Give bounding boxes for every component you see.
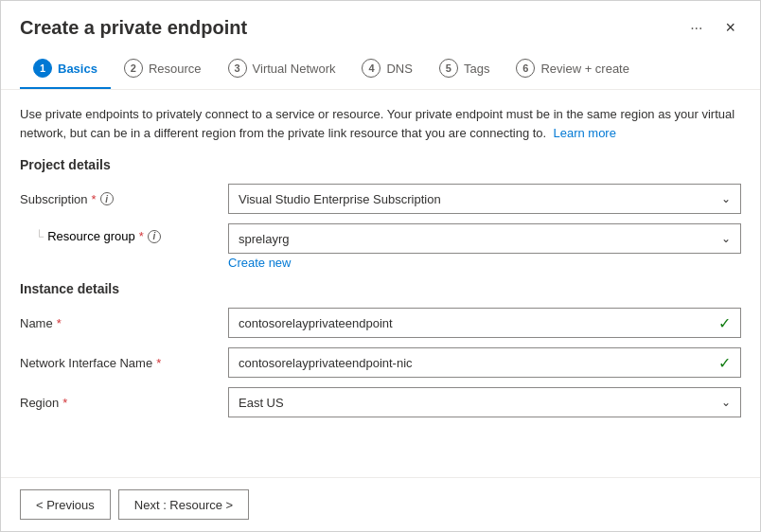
region-dropdown[interactable]: East US ⌄ <box>228 387 741 417</box>
tab-tags-label: Tags <box>464 62 489 76</box>
nic-row: Network Interface Name * contosorelaypri… <box>20 347 741 378</box>
subscription-row: Subscription * i Visual Studio Enterpris… <box>20 184 741 214</box>
next-button[interactable]: Next : Resource > <box>118 489 249 520</box>
previous-button[interactable]: < Previous <box>20 489 111 520</box>
tab-virtual-network[interactable]: 3 Virtual Network <box>215 49 349 89</box>
tab-review-create[interactable]: 6 Review + create <box>503 49 643 89</box>
region-dropdown-arrow: ⌄ <box>721 396 731 409</box>
tab-dns-label: DNS <box>386 62 412 76</box>
instance-details-title: Instance details <box>20 281 741 296</box>
region-row: Region * East US ⌄ <box>20 387 741 417</box>
ellipsis-button[interactable]: ··· <box>684 18 708 39</box>
resource-group-label: Resource group <box>47 229 135 243</box>
dialog-header: Create a private endpoint ··· × <box>1 1 760 49</box>
tab-basics-number: 1 <box>33 59 52 78</box>
indent-decorator: └ <box>35 229 44 243</box>
tab-basics[interactable]: 1 Basics <box>20 49 111 89</box>
name-row: Name * contosorelayprivateendpoint ✓ <box>20 308 741 338</box>
tab-tags-number: 5 <box>439 59 458 78</box>
nic-input[interactable]: contosorelayprivateendpoint-nic ✓ <box>228 347 741 378</box>
dialog-footer: < Previous Next : Resource > <box>1 477 760 531</box>
tab-resource-number: 2 <box>124 59 143 78</box>
subscription-required: * <box>92 192 97 206</box>
nic-required: * <box>156 356 161 370</box>
tab-resource-label: Resource <box>149 62 202 76</box>
region-required: * <box>62 396 67 410</box>
close-button[interactable]: × <box>719 16 741 40</box>
resource-group-dropdown-arrow: ⌄ <box>721 232 731 245</box>
dialog-header-actions: ··· × <box>684 16 741 40</box>
tab-basics-label: Basics <box>58 62 97 76</box>
nic-label: Network Interface Name * <box>20 356 228 370</box>
tab-virtual-network-label: Virtual Network <box>253 62 336 76</box>
subscription-control: Visual Studio Enterprise Subscription ⌄ <box>228 184 741 214</box>
tabs-bar: 1 Basics 2 Resource 3 Virtual Network 4 … <box>1 49 760 90</box>
tab-tags[interactable]: 5 Tags <box>426 49 503 89</box>
create-private-endpoint-dialog: Create a private endpoint ··· × 1 Basics… <box>0 0 761 532</box>
region-label: Region * <box>20 396 228 410</box>
subscription-dropdown-arrow: ⌄ <box>721 192 731 205</box>
tab-dns-number: 4 <box>362 59 380 78</box>
name-control: contosorelayprivateendpoint ✓ <box>228 308 741 338</box>
region-control: East US ⌄ <box>228 387 741 417</box>
tab-resource[interactable]: 2 Resource <box>111 49 215 89</box>
create-new-link[interactable]: Create new <box>228 256 741 270</box>
name-label: Name * <box>20 316 228 330</box>
tab-dns[interactable]: 4 DNS <box>348 49 425 89</box>
dialog-body: Use private endpoints to privately conne… <box>1 90 760 477</box>
resource-group-info-icon[interactable]: i <box>148 230 161 243</box>
name-check-icon: ✓ <box>718 314 731 332</box>
tab-review-create-label: Review + create <box>540 62 629 76</box>
learn-more-link[interactable]: Learn more <box>553 126 615 140</box>
project-details-title: Project details <box>20 157 741 172</box>
subscription-dropdown[interactable]: Visual Studio Enterprise Subscription ⌄ <box>228 184 741 214</box>
name-required: * <box>57 316 62 330</box>
tab-virtual-network-number: 3 <box>228 59 247 78</box>
subscription-info-icon[interactable]: i <box>100 192 114 205</box>
dialog-title: Create a private endpoint <box>20 17 247 39</box>
resource-group-section: └ Resource group * i sprelayrg ⌄ Create … <box>20 223 741 270</box>
resource-group-required: * <box>139 229 144 243</box>
resource-group-dropdown[interactable]: sprelayrg ⌄ <box>228 223 741 254</box>
nic-check-icon: ✓ <box>718 354 731 372</box>
tab-review-create-number: 6 <box>516 59 535 78</box>
name-input[interactable]: contosorelayprivateendpoint ✓ <box>228 308 741 338</box>
subscription-label: Subscription * i <box>20 192 228 206</box>
nic-control: contosorelayprivateendpoint-nic ✓ <box>228 347 741 378</box>
info-text: Use private endpoints to privately conne… <box>20 105 741 142</box>
